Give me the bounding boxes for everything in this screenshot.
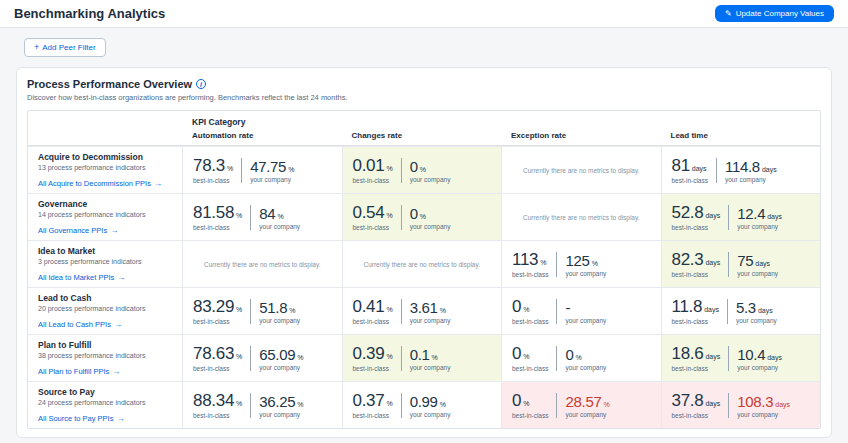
metric-cell: 81.58% best-in-class 84% your company xyxy=(182,194,342,240)
your-company-label: your company xyxy=(737,223,782,230)
value-unit: % xyxy=(440,401,446,408)
best-in-class-label: best-in-class xyxy=(512,271,548,278)
add-peer-filter-button[interactable]: + Add Peer Filter xyxy=(24,38,106,57)
value-unit: % xyxy=(386,400,392,407)
category-ppis-link[interactable]: All Idea to Market PPIs → xyxy=(38,273,174,282)
best-in-class-label: best-in-class xyxy=(672,318,719,325)
category-cell: Governance 14 process performance indica… xyxy=(28,194,182,240)
your-company-value: 114.8 xyxy=(725,158,760,175)
kpi-category-label: KPI Category xyxy=(182,111,820,127)
category-cell: Lead to Cash 20 process performance indi… xyxy=(28,288,182,334)
value-unit: days xyxy=(775,401,790,408)
value-unit: % xyxy=(236,400,242,407)
category-name: Governance xyxy=(38,199,174,209)
table-row: Lead to Cash 20 process performance indi… xyxy=(28,287,820,334)
ppi-count: 3 process performance indicators xyxy=(38,258,174,265)
category-ppis-link[interactable]: All Plan to Fulfill PPIs → xyxy=(38,367,174,376)
best-in-class-label: best-in-class xyxy=(512,318,548,325)
your-company-value: - xyxy=(565,299,570,316)
filter-toolbar: + Add Peer Filter xyxy=(0,28,848,63)
value-divider xyxy=(250,205,251,230)
metric-cell: 78.63% best-in-class 65.09% your company xyxy=(182,335,342,381)
value-divider xyxy=(716,158,717,183)
value-unit: days xyxy=(755,260,770,267)
value-unit: % xyxy=(440,307,446,314)
metric-cell-empty: Currently there are no metrics to displa… xyxy=(342,241,502,287)
value-unit: % xyxy=(277,213,283,220)
category-cell: Source to Pay 24 process performance ind… xyxy=(28,382,182,428)
best-in-class-label: best-in-class xyxy=(193,412,242,419)
your-company-value: 0 xyxy=(565,346,573,363)
column-header-lead-time: Lead time xyxy=(661,127,821,145)
your-company-group: 0% your company xyxy=(410,205,451,230)
best-in-class-group: 11.8days best-in-class xyxy=(672,297,719,325)
value-divider xyxy=(401,346,402,371)
your-company-label: your company xyxy=(737,270,778,277)
table-row: Source to Pay 24 process performance ind… xyxy=(28,381,820,428)
ppi-count: 13 process performance indicators xyxy=(38,164,174,171)
edit-icon: ✎ xyxy=(725,10,732,18)
best-in-class-label: best-in-class xyxy=(672,271,721,278)
best-in-class-value: 0 xyxy=(512,297,521,317)
your-company-label: your company xyxy=(725,176,777,183)
column-header-changes-rate: Changes rate xyxy=(342,127,502,145)
your-company-group: 125% your company xyxy=(565,252,606,277)
best-in-class-value: 0.41 xyxy=(353,297,385,317)
metric-cell: 0% best-in-class 0% your company xyxy=(501,335,661,381)
best-in-class-group: 0.39% best-in-class xyxy=(353,344,393,372)
your-company-group: 51.8% your company xyxy=(259,299,300,324)
value-unit: days xyxy=(692,165,707,172)
your-company-value: 3.61 xyxy=(410,299,438,316)
ppi-count: 24 process performance indicators xyxy=(38,399,174,406)
metric-cell: 78.3% best-in-class 47.75% your company xyxy=(182,147,342,193)
best-in-class-value: 88.34 xyxy=(193,391,234,411)
metric-cell: 0.39% best-in-class 0.1% your company xyxy=(342,335,502,381)
section-header: Process Performance Overview i xyxy=(27,78,821,90)
table-column-headers: Automation rate Changes rate Exception r… xyxy=(28,127,820,146)
best-in-class-group: 0% best-in-class xyxy=(512,344,548,372)
best-in-class-group: 0.41% best-in-class xyxy=(353,297,393,325)
best-in-class-label: best-in-class xyxy=(193,365,242,372)
metric-cell: 0.54% best-in-class 0% your company xyxy=(342,194,502,240)
metric-cell: 37.8days best-in-class 108.3days your co… xyxy=(661,382,821,428)
best-in-class-label: best-in-class xyxy=(193,318,242,325)
value-divider xyxy=(241,158,242,183)
your-company-group: 10.4days your company xyxy=(737,346,782,371)
no-metrics-text: Currently there are no metrics to displa… xyxy=(204,261,321,268)
your-company-label: your company xyxy=(410,411,451,418)
info-icon[interactable]: i xyxy=(196,79,206,89)
value-divider xyxy=(250,299,251,324)
metric-cell: 0% best-in-class - your company xyxy=(501,288,661,334)
category-ppis-link[interactable]: All Source to Pay PPIs → xyxy=(38,414,174,423)
best-in-class-group: 0.54% best-in-class xyxy=(353,203,393,231)
your-company-label: your company xyxy=(410,176,451,183)
category-ppis-link[interactable]: All Acquire to Decommission PPIs → xyxy=(38,179,174,188)
update-company-values-button[interactable]: ✎ Update Company Values xyxy=(715,5,834,22)
category-ppis-link[interactable]: All Governance PPIs → xyxy=(38,226,174,235)
add-peer-filter-label: Add Peer Filter xyxy=(42,43,95,52)
best-in-class-label: best-in-class xyxy=(512,365,548,372)
best-in-class-group: 0% best-in-class xyxy=(512,391,548,419)
value-divider xyxy=(401,205,402,230)
your-company-label: your company xyxy=(410,364,451,371)
best-in-class-label: best-in-class xyxy=(193,224,242,231)
header-spacer xyxy=(28,127,182,145)
best-in-class-group: 37.8days best-in-class xyxy=(672,391,721,419)
your-company-value: 108.3 xyxy=(737,393,773,410)
best-in-class-group: 0.37% best-in-class xyxy=(353,391,393,419)
category-ppis-link[interactable]: All Lead to Cash PPIs → xyxy=(38,320,174,329)
best-in-class-value: 81.58 xyxy=(193,203,234,223)
category-cell: Acquire to Decommission 13 process perfo… xyxy=(28,147,182,193)
value-unit: % xyxy=(386,165,392,172)
your-company-label: your company xyxy=(410,223,451,230)
best-in-class-group: 0% best-in-class xyxy=(512,297,548,325)
category-ppis-link-label: All Lead to Cash PPIs xyxy=(38,320,111,329)
arrow-right-icon: → xyxy=(110,226,118,235)
value-unit: % xyxy=(540,259,546,266)
value-unit: % xyxy=(420,213,426,220)
your-company-value: 28.57 xyxy=(565,393,601,410)
best-in-class-value: 78.3 xyxy=(193,156,225,176)
arrow-right-icon: → xyxy=(117,273,125,282)
metric-cell: 81days best-in-class 114.8days your comp… xyxy=(661,147,821,193)
your-company-label: your company xyxy=(737,364,782,371)
